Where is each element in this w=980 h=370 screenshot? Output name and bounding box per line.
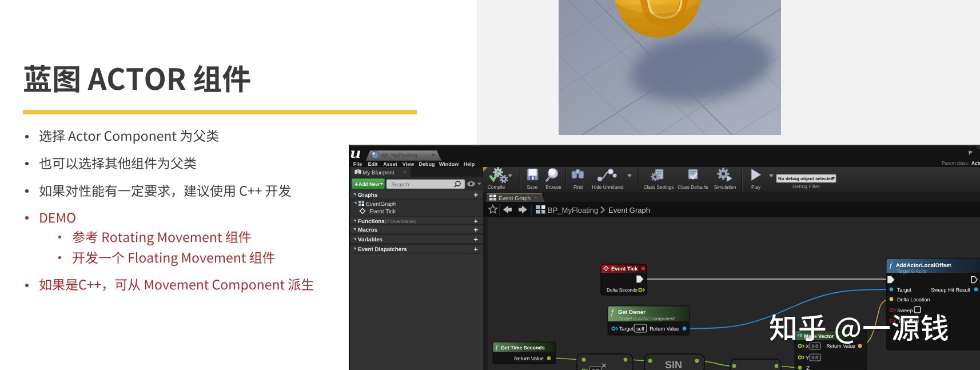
svg-text:Y: Y (806, 355, 809, 361)
svg-text:EventGraph: EventGraph (366, 201, 396, 208)
svg-text:Delta Seconds: Delta Seconds (607, 287, 638, 293)
svg-text:Event Dispatchers: Event Dispatchers (358, 246, 407, 253)
svg-text:+: + (354, 181, 358, 188)
svg-text:×: × (534, 195, 537, 201)
svg-text:Return Value: Return Value (650, 326, 679, 332)
svg-text:+: + (473, 235, 478, 244)
svg-text:Window: Window (439, 161, 459, 167)
svg-text:Variables: Variables (358, 237, 383, 243)
svg-text:Get Time Seconds: Get Time Seconds (501, 345, 545, 351)
svg-text:u: u (350, 145, 361, 161)
svg-text:Z: Z (806, 365, 810, 370)
svg-text:self: self (636, 326, 645, 332)
svg-text:Find: Find (573, 184, 583, 190)
svg-text:Event Tick: Event Tick (611, 266, 638, 272)
svg-text:My Blueprint: My Blueprint (362, 170, 395, 176)
svg-text:File: File (353, 161, 362, 167)
svg-text:0.0: 0.0 (812, 355, 819, 360)
svg-text:Get Owner: Get Owner (618, 309, 646, 316)
svg-text:BP_MyFloating: BP_MyFloating (548, 206, 598, 214)
svg-text:Delta Location: Delta Location (897, 297, 930, 303)
svg-text:Actor: Actor (971, 160, 980, 166)
svg-text:Sweep Hit Result: Sweep Hit Result (931, 287, 971, 293)
svg-text:Event Tick: Event Tick (369, 209, 396, 215)
svg-text:Debug Filter: Debug Filter (792, 184, 820, 189)
svg-text:AddActorLocalOffset: AddActorLocalOffset (896, 262, 951, 269)
svg-text:Asset: Asset (383, 161, 397, 167)
svg-text:Debug: Debug (419, 161, 435, 167)
svg-text:SIN: SIN (665, 359, 682, 370)
svg-text:BP_MyFloating: BP_MyFloating (381, 153, 417, 158)
svg-text:Event Graph: Event Graph (608, 206, 650, 214)
svg-text:Class Defaults: Class Defaults (678, 184, 708, 190)
svg-text:Help: Help (464, 161, 475, 167)
svg-text:Return Value: Return Value (514, 356, 544, 361)
svg-text:+: + (473, 225, 478, 234)
svg-text:+: + (473, 245, 478, 253)
svg-text:(2 Overridable): (2 Overridable) (385, 218, 417, 224)
svg-text:Hide Unrelated: Hide Unrelated (592, 184, 624, 190)
svg-text:Parent class:: Parent class: (942, 160, 969, 166)
svg-text:×: × (601, 361, 607, 370)
svg-text:3.0: 3.0 (592, 368, 599, 370)
svg-text:Search: Search (391, 182, 409, 188)
svg-text:+: + (473, 190, 478, 199)
svg-text:Add New: Add New (358, 181, 380, 187)
svg-text:Class Settings: Class Settings (643, 184, 674, 190)
svg-text:Simulation: Simulation (714, 184, 736, 190)
svg-text:Target is Actor: Target is Actor (897, 268, 927, 274)
svg-text:Save: Save (527, 184, 538, 190)
svg-text:Target: Target (619, 326, 634, 332)
svg-text:No debug object selected: No debug object selected (778, 176, 834, 181)
svg-text:Target: Target (897, 287, 912, 293)
svg-text:Play: Play (751, 184, 761, 190)
svg-text:Target is Actor Component: Target is Actor Component (619, 316, 675, 321)
svg-text:Event Graph: Event Graph (499, 196, 531, 202)
svg-text:Browse: Browse (545, 184, 561, 190)
svg-text:View: View (403, 161, 415, 167)
svg-text:Graphs: Graphs (358, 192, 378, 198)
svg-text:Edit: Edit (368, 161, 378, 167)
svg-text:Macros: Macros (358, 227, 378, 233)
svg-text:×: × (403, 169, 406, 175)
svg-text:Compile: Compile (488, 184, 505, 190)
